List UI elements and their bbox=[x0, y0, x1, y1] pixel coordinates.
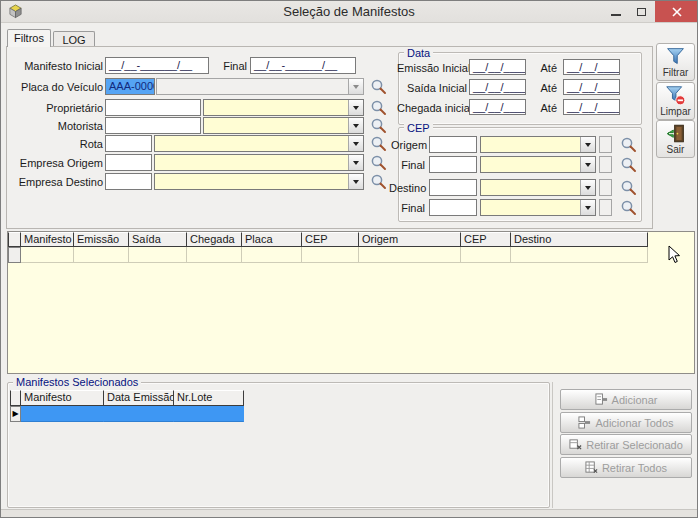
adicionar-todos-button[interactable]: Adicionar Todos bbox=[560, 412, 692, 433]
placa-combo[interactable] bbox=[156, 78, 364, 95]
results-header-destino[interactable]: Destino bbox=[511, 232, 648, 247]
limpar-label: Limpar bbox=[660, 106, 691, 117]
results-header-placa[interactable]: Placa bbox=[242, 232, 302, 247]
placa-input[interactable]: AAA-0000 bbox=[105, 78, 155, 95]
results-header-saida[interactable]: Saída bbox=[129, 232, 187, 247]
results-header-chegada[interactable]: Chegada bbox=[187, 232, 242, 247]
results-cell[interactable] bbox=[461, 247, 511, 263]
cep-destino-final-input[interactable] bbox=[429, 199, 477, 216]
results-cell[interactable] bbox=[511, 247, 648, 263]
cep-destino-input[interactable] bbox=[429, 179, 477, 196]
chegada-inicial-input[interactable]: __/__/____ bbox=[469, 99, 526, 115]
results-cell[interactable] bbox=[359, 247, 461, 263]
cep-origem-combo-arrow[interactable] bbox=[580, 137, 595, 152]
cep-destino-final-combo[interactable] bbox=[480, 199, 596, 216]
chevron-down-icon bbox=[585, 206, 591, 210]
empresa-origem-label: Empresa Origem bbox=[11, 157, 103, 169]
rota-search-icon[interactable] bbox=[370, 135, 387, 152]
close-button[interactable] bbox=[655, 1, 698, 22]
adicionar-button[interactable]: Adicionar bbox=[560, 389, 692, 410]
results-cell[interactable] bbox=[21, 247, 74, 263]
cep-destino-final-combo-arrow[interactable] bbox=[580, 200, 595, 215]
emissao-inicial-input[interactable]: __/__/____ bbox=[469, 59, 526, 75]
results-cell[interactable] bbox=[74, 247, 129, 263]
results-cell[interactable] bbox=[242, 247, 302, 263]
remove-all-icon bbox=[585, 461, 598, 474]
results-grid: Manifesto Emissão Saída Chegada Placa CE… bbox=[7, 231, 695, 374]
placa-combo-arrow[interactable] bbox=[348, 79, 363, 94]
tab-filtros[interactable]: Filtros bbox=[7, 29, 51, 47]
maximize-button[interactable] bbox=[629, 1, 654, 22]
empresa-origem-search-icon[interactable] bbox=[370, 154, 387, 171]
results-grid-row[interactable] bbox=[8, 247, 694, 263]
selected-grid-header: Manifesto Data Emissão Nr.Lote bbox=[10, 390, 244, 406]
empresa-origem-combo-arrow[interactable] bbox=[348, 155, 363, 170]
empresa-origem-combo[interactable] bbox=[154, 154, 364, 171]
selected-grid-row-selected[interactable]: ▶ bbox=[10, 406, 244, 422]
empresa-destino-combo[interactable] bbox=[154, 173, 364, 190]
cep-destino-final-search-icon[interactable] bbox=[620, 199, 637, 216]
retirar-selecionado-button[interactable]: Retirar Selecionado bbox=[560, 434, 692, 455]
cep-origem-final-combo-arrow[interactable] bbox=[580, 157, 595, 172]
cep-origem-final-input[interactable] bbox=[429, 156, 477, 173]
results-cell[interactable] bbox=[129, 247, 187, 263]
rota-input[interactable] bbox=[105, 135, 152, 152]
proprietario-search-icon[interactable] bbox=[370, 99, 387, 116]
selected-header-data-emissao[interactable]: Data Emissão bbox=[104, 390, 174, 406]
selected-cell[interactable] bbox=[21, 406, 104, 422]
proprietario-combo-arrow[interactable] bbox=[348, 100, 363, 115]
chegada-ate-label: Até bbox=[535, 102, 557, 114]
cep-origem-search-icon[interactable] bbox=[620, 136, 637, 153]
cep-destino-combo-arrow[interactable] bbox=[580, 180, 595, 195]
window-title: Seleção de Manifestos bbox=[1, 4, 697, 19]
results-header-manifesto[interactable]: Manifesto bbox=[21, 232, 74, 247]
limpar-button[interactable]: Limpar bbox=[656, 82, 695, 120]
manifesto-inicial-input[interactable]: __/__-______/__ bbox=[105, 57, 209, 74]
cep-origem-final-search-icon[interactable] bbox=[620, 156, 637, 173]
manifesto-final-input[interactable]: __/__-______/__ bbox=[250, 57, 356, 74]
results-cell[interactable] bbox=[302, 247, 359, 263]
tab-filtros-label: Filtros bbox=[14, 32, 44, 44]
empresa-destino-combo-arrow[interactable] bbox=[348, 174, 363, 189]
empresa-destino-input[interactable] bbox=[105, 173, 152, 190]
saida-inicial-input[interactable]: __/__/____ bbox=[469, 79, 526, 95]
minimize-button[interactable] bbox=[603, 1, 628, 22]
cep-origem-input[interactable] bbox=[429, 136, 477, 153]
emissao-ate-input[interactable]: __/__/____ bbox=[563, 59, 620, 75]
motorista-input[interactable] bbox=[105, 117, 201, 134]
empresa-origem-input[interactable] bbox=[105, 154, 152, 171]
placa-label: Placa do Veículo bbox=[11, 81, 103, 93]
empresa-destino-search-icon[interactable] bbox=[370, 173, 387, 190]
rota-combo-arrow[interactable] bbox=[348, 136, 363, 151]
saida-ate-input[interactable]: __/__/____ bbox=[563, 79, 620, 95]
proprietario-combo[interactable] bbox=[203, 99, 364, 116]
proprietario-input[interactable] bbox=[105, 99, 201, 116]
filter-funnel-icon bbox=[665, 46, 686, 67]
motorista-combo[interactable] bbox=[203, 117, 364, 134]
cep-destino-combo[interactable] bbox=[480, 179, 596, 196]
tab-log[interactable]: LOG bbox=[53, 31, 95, 47]
motorista-combo-arrow[interactable] bbox=[348, 118, 363, 133]
actions-panel: Adicionar Adicionar Todos Retirar Seleci… bbox=[552, 382, 695, 508]
results-header-emissao[interactable]: Emissão bbox=[74, 232, 129, 247]
cep-origem-final-combo[interactable] bbox=[480, 156, 596, 173]
results-header-cep-origem[interactable]: CEP bbox=[302, 232, 359, 247]
selected-cell[interactable] bbox=[104, 406, 174, 422]
sair-button[interactable]: Sair bbox=[656, 120, 695, 158]
results-header-origem[interactable]: Origem bbox=[359, 232, 461, 247]
selected-cell[interactable] bbox=[174, 406, 244, 422]
selected-header-manifesto[interactable]: Manifesto bbox=[21, 390, 104, 406]
rota-combo[interactable] bbox=[154, 135, 364, 152]
retirar-todos-button[interactable]: Retirar Todos bbox=[560, 457, 692, 478]
placa-search-icon[interactable] bbox=[370, 78, 387, 95]
chegada-ate-input[interactable]: __/__/____ bbox=[563, 99, 620, 115]
filtrar-button[interactable]: Filtrar bbox=[656, 43, 695, 81]
results-cell[interactable] bbox=[187, 247, 242, 263]
cep-origem-combo[interactable] bbox=[480, 136, 596, 153]
cep-origem-final-aux-box bbox=[599, 156, 612, 173]
selected-header-nrlote[interactable]: Nr.Lote bbox=[174, 390, 244, 406]
results-header-cep-destino[interactable]: CEP bbox=[461, 232, 511, 247]
cep-destino-search-icon[interactable] bbox=[620, 179, 637, 196]
motorista-search-icon[interactable] bbox=[370, 117, 387, 134]
selected-header-indicator bbox=[10, 390, 21, 406]
